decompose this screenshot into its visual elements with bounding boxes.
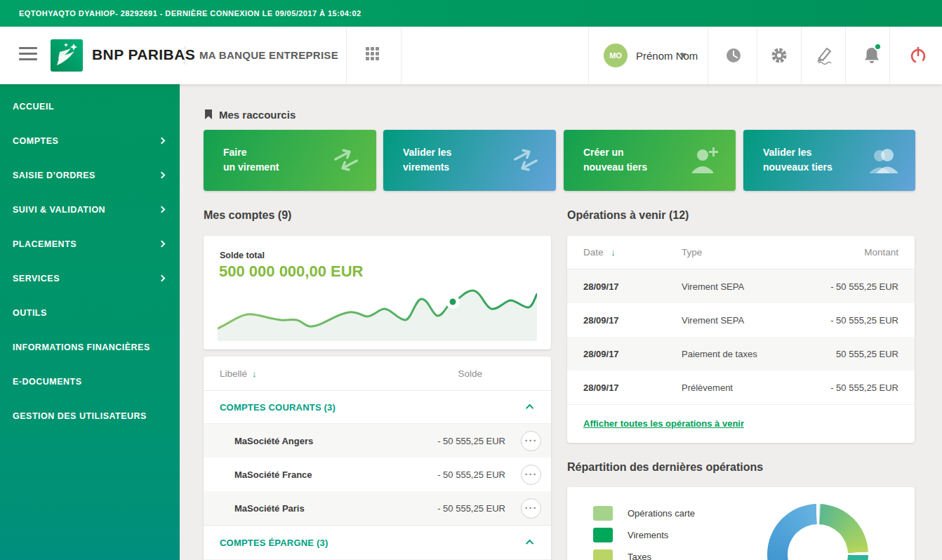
group-comptes-epargne[interactable]: COMPTES ÉPARGNE (3) [204, 525, 551, 560]
app-header: BNP PARIBAS MA BANQUE ENTREPRISE MO Prén… [0, 27, 942, 84]
app-title: MA BANQUE ENTREPRISE [199, 49, 338, 61]
accounts-table-header: Libellé ↓ Solde [204, 356, 551, 391]
sort-down-icon[interactable]: ↓ [252, 368, 257, 379]
row-actions-button[interactable]: ··· [521, 498, 541, 519]
chevron-down-icon[interactable] [679, 53, 686, 58]
avatar[interactable]: MO [604, 44, 628, 67]
sidebar-item-saisie-ordres[interactable]: SAISIE D’ORDRES [0, 158, 180, 192]
col-montant[interactable]: Montant [800, 247, 898, 258]
chevron-up-icon [526, 404, 533, 412]
col-type[interactable]: Type [682, 247, 800, 258]
operation-row[interactable]: 28/09/17 Prélèvement - 50 555,25 EUR [567, 371, 915, 404]
account-row[interactable]: MaSociété Paris - 50 555,25 EUR ··· [204, 491, 551, 525]
col-date[interactable]: Date ↓ [583, 247, 682, 258]
solde-value: 500 000 000,00 EUR [219, 262, 364, 281]
shortcut-valider-virements[interactable]: Valider lesvirements [383, 130, 556, 191]
row-actions-button[interactable]: ··· [521, 465, 541, 485]
user-name[interactable]: Prénom Nom [636, 50, 698, 62]
logout-power-icon[interactable] [908, 45, 929, 66]
sort-down-icon: ↓ [611, 247, 616, 258]
person-add-icon [689, 145, 720, 175]
accounts-table-card: Libellé ↓ Solde COMPTES COURANTS (3) MaS… [204, 356, 551, 560]
brand-divider [185, 46, 185, 65]
shortcuts-title: Mes raccourcis [219, 109, 296, 121]
legend-swatch [593, 528, 613, 542]
people-icon [868, 145, 900, 175]
sidebar-nav: ACCUEIL COMPTES SAISIE D’ORDRES SUIVI & … [0, 84, 180, 560]
operations-table-card: Date ↓ Type Montant 28/09/17 Virement SE… [567, 236, 915, 443]
bookmark-icon [204, 109, 213, 120]
sidebar-item-services[interactable]: SERVICES [0, 261, 180, 295]
shortcut-creer-tiers[interactable]: Créer unnouveau tiers [564, 130, 736, 191]
operations-title: Opérations à venir (12) [567, 209, 689, 222]
transfer-arrows-icon [331, 145, 361, 175]
solde-label: Solde total [220, 251, 265, 260]
chevron-right-icon [159, 275, 166, 282]
apps-grid-icon[interactable] [366, 47, 382, 63]
operation-row[interactable]: 28/09/17 Virement SEPA - 50 555,25 EUR [567, 269, 915, 303]
legend-item: Opérations carte [593, 506, 695, 521]
sidebar-item-e-documents[interactable]: E-DOCUMENTS [0, 364, 180, 399]
sidebar-item-comptes[interactable]: COMPTES [0, 124, 180, 158]
sidebar-item-gestion-utilisateurs[interactable]: GESTION DES UTILISATEURS [0, 399, 180, 433]
sparkline-highlight-point [446, 295, 460, 309]
brand-name: BNP PARIBAS [92, 46, 195, 63]
shortcut-faire-virement[interactable]: Faireun virement [204, 130, 376, 191]
hamburger-menu-icon[interactable] [19, 47, 37, 64]
row-actions-button[interactable]: ··· [521, 431, 541, 451]
solde-total-card: Solde total 500 000 000,00 EUR [204, 236, 551, 349]
transfer-arrows-icon [511, 145, 540, 175]
notifications-bell-icon[interactable] [862, 45, 883, 66]
chevron-up-icon [526, 540, 533, 547]
chevron-right-icon [159, 241, 166, 248]
accounts-title: Mes comptes (9) [204, 209, 291, 222]
operation-row[interactable]: 28/09/17 Virement SEPA - 50 555,25 EUR [567, 303, 915, 337]
bnp-logo [51, 39, 83, 72]
session-info-bar: EQTOHYAQTO DYAHIOP- 28292691 - DERNIÈRE … [0, 0, 942, 27]
chevron-right-icon [159, 138, 166, 145]
group-comptes-courants[interactable]: COMPTES COURANTS (3) [204, 391, 551, 424]
sidebar-item-suivi-validation[interactable]: SUIVI & VALIDATION [0, 192, 180, 227]
sidebar-item-placements[interactable]: PLACEMENTS [0, 227, 180, 261]
chevron-right-icon [159, 206, 166, 213]
operation-row[interactable]: 28/09/17 Paiement de taxes 50 555,25 EUR [567, 337, 915, 371]
col-solde[interactable]: Solde [458, 368, 535, 379]
repartition-donut-chart [767, 504, 868, 560]
account-row[interactable]: MaSociété Angers - 50 555,25 EUR ··· [204, 424, 551, 458]
settings-gear-icon[interactable] [769, 45, 790, 66]
show-all-operations-link[interactable]: Afficher toutes les opérations à venir [583, 418, 744, 429]
chevron-right-icon [159, 172, 166, 179]
repartition-card: Opérations carte Virements Taxes [567, 487, 915, 560]
notification-badge-dot [874, 43, 882, 51]
legend-swatch [593, 549, 613, 560]
col-libelle[interactable]: Libellé [220, 368, 247, 379]
history-clock-icon[interactable] [723, 45, 744, 66]
sidebar-item-accueil[interactable]: ACCUEIL [0, 89, 180, 124]
signature-pen-icon[interactable] [814, 45, 835, 66]
shortcut-valider-tiers[interactable]: Valider lesnouveaux tiers [743, 130, 915, 191]
session-info-text: EQTOHYAQTO DYAHIOP- 28292691 - DERNIÈRE … [19, 9, 361, 18]
sidebar-item-outils[interactable]: OUTILS [0, 295, 180, 330]
operations-table-header: Date ↓ Type Montant [567, 236, 915, 269]
legend-item: Taxes [593, 549, 651, 560]
repartition-title: Répartition des dernières opérations [567, 461, 763, 474]
account-row[interactable]: MaSociété France - 50 555,25 EUR ··· [204, 458, 551, 491]
solde-sparkline-chart [218, 289, 537, 341]
legend-swatch [593, 506, 613, 521]
main-content: Mes raccourcis Faireun virement Valider … [180, 84, 942, 560]
legend-item: Virements [593, 528, 668, 542]
sidebar-item-informations-financieres[interactable]: INFORMATIONS FINANCIÈRES [0, 330, 180, 364]
